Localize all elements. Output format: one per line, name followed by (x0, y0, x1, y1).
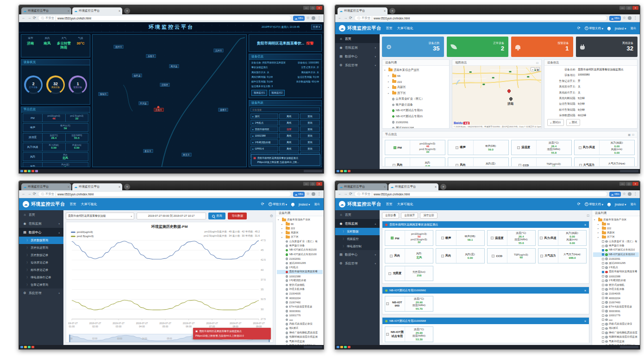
taskbar[interactable] (19, 345, 324, 349)
tree-item[interactable]: 测试20001295 (383, 125, 448, 128)
taskbar-item[interactable] (344, 170, 347, 172)
taskbar[interactable] (335, 169, 640, 173)
device-map-pin[interactable] (508, 96, 513, 101)
tree-checkbox[interactable] (602, 284, 604, 286)
sidebar-item-online[interactable]: ◉在线监测▾ (335, 43, 380, 52)
logout-button[interactable]: 退出 (314, 202, 320, 207)
browser-tab-active[interactable]: ☁ 环境监控云平台 × (338, 7, 388, 14)
sidebar-subitem-history-track[interactable]: 〉历史轨迹查询 (19, 244, 63, 251)
tree-item[interactable]: ▸高新区 (383, 85, 448, 91)
tree-checkbox[interactable] (602, 240, 604, 243)
address-bar[interactable]: ⓘ 不安全 www.0531yun.cn/index.html (38, 191, 292, 197)
refresh-icon[interactable]: ⟳ (261, 202, 264, 206)
taskbar-item[interactable] (28, 346, 31, 348)
node-card[interactable]: 风向风向(度):0.00 (448, 157, 508, 166)
site-info-icon[interactable]: ⓘ (41, 16, 44, 20)
node-card-checkbox[interactable] (540, 237, 543, 239)
tree-checkbox[interactable] (602, 297, 604, 299)
nav-home[interactable]: 首页 (70, 202, 76, 207)
tab-close-icon[interactable]: × (384, 185, 386, 188)
node-card[interactable]: 温湿度温度(°C):28.4湿度(%RH):55.6 (487, 230, 536, 246)
tree-item[interactable]: NB-IOT测试点专用21 (383, 108, 448, 114)
stat-card-alarm[interactable]: 报警设备1 (511, 37, 573, 57)
tree-checkbox[interactable] (602, 323, 604, 326)
bookmark-star-icon[interactable]: ☆ (623, 16, 626, 20)
tree-item[interactable]: 内嵌式温湿度记录仪 (593, 322, 639, 326)
node-card[interactable]: NB-IOT测试点专用温度(°C):26.90湿度(%RH):53.30 (385, 326, 433, 342)
node-card-checkbox[interactable] (441, 237, 444, 239)
user-menu[interactable]: jinstest ▾ (615, 27, 626, 30)
tree-item[interactable]: 10001779 (277, 313, 323, 318)
close-button[interactable]: × (316, 182, 322, 186)
refresh-icon[interactable]: ⟳ (577, 202, 581, 206)
tree-item[interactable]: ▸66 (593, 222, 639, 226)
province-map[interactable]: 德州市乐陵市滨州市商河县临邑县聊城市济阳区淄博市齐河县济南市泰安市莱芜市 (92, 34, 247, 167)
address-bar[interactable]: ⓘ 不安全 www.0531yun.cn/ksh.html (38, 15, 292, 21)
tree-item[interactable]: 气象环境监测 (593, 339, 639, 344)
taskbar-tray[interactable] (620, 346, 638, 348)
tree-checkbox[interactable] (602, 275, 604, 277)
node-card[interactable]: 风向风向:北风 (385, 248, 433, 263)
nav-bigscreen[interactable]: 大屏可视化 (397, 202, 413, 207)
tree-item[interactable]: 测试20001295 (277, 261, 323, 265)
tree-item[interactable]: 障碍广场电梯机房温湿度 (277, 331, 323, 335)
sidebar-subitem-realtime[interactable]: 〉实时数据 (335, 228, 380, 235)
tree-item[interactable]: 车载无线主机GPRS-W (277, 344, 323, 345)
sidebar-item-system[interactable]: ⚙系统管理▾ (335, 259, 380, 268)
menu-dots-icon[interactable]: ⋮ (633, 16, 637, 20)
tree-item[interactable]: ▸历下区 (383, 90, 448, 96)
tree-item[interactable]: ETH-6温湿度变送器 (277, 305, 323, 309)
test11-button[interactable]: 测试11 (547, 119, 564, 126)
tree-checkbox[interactable] (602, 249, 604, 251)
device-group-header[interactable]: NB-IOT测试点专用21000988 × (382, 318, 589, 324)
tree-item[interactable]: ▸高新区 (593, 231, 639, 235)
expand-icon[interactable]: ⊡ (587, 214, 589, 218)
tree-item[interactable]: ▾济南市某综合产业区 (277, 218, 323, 222)
browser-tab[interactable]: ☁ 环境监控云平台 × (338, 183, 388, 190)
toolbar-settings-icon[interactable]: ⚙ (270, 214, 273, 218)
close-icon[interactable]: × (584, 289, 586, 292)
refresh-button[interactable]: ⟳ (33, 16, 36, 20)
bookmark-star-icon[interactable]: ☆ (623, 192, 626, 196)
help-menu[interactable]: ?帮助文档 ▾ (585, 202, 603, 207)
video-monitor-1-button[interactable]: 视频监控1 (251, 90, 267, 96)
browser-tab-active[interactable]: ☁ 环境监控云平台 × (72, 7, 122, 14)
sidebar-item-system[interactable]: ⚙系统管理▾ (335, 61, 380, 69)
tree-item[interactable]: 山东黄金矿业（首汇）有 (277, 239, 323, 244)
node-card-checkbox[interactable] (386, 333, 389, 336)
node-card[interactable]: 风力/风速风力(风级):0.00风速(m/s):0.00 (574, 140, 635, 155)
device-query-button[interactable]: 查询 (300, 139, 320, 145)
node-card-checkbox[interactable] (456, 146, 458, 149)
node-card-checkbox[interactable] (441, 255, 444, 257)
tree-checkbox[interactable] (602, 319, 604, 321)
tree-checkbox[interactable] (602, 310, 604, 312)
taskbar-item[interactable] (31, 346, 34, 348)
baidu-map[interactable]: 济南 +▦ Baidu百度 © 2019 Baidu - GS(2019)557… (452, 66, 541, 128)
tree-item[interactable]: ▸222 (383, 79, 448, 85)
device-name-button[interactable]: ▲GPRS-6 (250, 146, 278, 151)
stat-card-normal[interactable]: 正常设备2 (447, 37, 509, 57)
nav-bigscreen[interactable]: 大屏可视化 (81, 202, 97, 207)
node-card[interactable]: 风力/风速风力(风级):0.00风速(m/s):0.00 (538, 230, 587, 246)
close-button[interactable]: × (632, 182, 638, 186)
logout-button[interactable]: 退出 (630, 202, 636, 207)
nav-home[interactable]: 首页 (386, 26, 393, 31)
tree-checkbox[interactable] (602, 306, 604, 308)
device-group-header[interactable]: NB-IOT测试点专用21000960 × (382, 287, 589, 294)
tree-item[interactable]: 10001779 (593, 313, 639, 318)
sidebar-subitem-relay-records[interactable]: 〉继电器操作记录 (19, 274, 63, 281)
refresh-button[interactable]: ⟳ (33, 192, 36, 196)
extension-badge[interactable]: ☁KB/s (609, 16, 621, 21)
taskbar-item[interactable] (340, 170, 343, 172)
new-tab-button[interactable]: + (124, 8, 130, 14)
node-card-checkbox[interactable] (390, 255, 393, 257)
node-card-checkbox[interactable] (391, 237, 394, 239)
node-card[interactable]: CCDTSP(ug/m3):55 (511, 157, 572, 166)
maximize-button[interactable]: ▢ (626, 182, 632, 186)
tree-item[interactable]: 1号楼消防水箱 (277, 278, 323, 282)
tree-item[interactable]: ▸66 (383, 73, 448, 79)
node-card[interactable]: 光照度光照度(lux):258 (385, 266, 433, 281)
node-card-checkbox[interactable] (388, 272, 391, 275)
tree-item[interactable]: 噪声扬尘设备 (593, 244, 639, 248)
new-tab-button[interactable]: + (389, 8, 395, 14)
